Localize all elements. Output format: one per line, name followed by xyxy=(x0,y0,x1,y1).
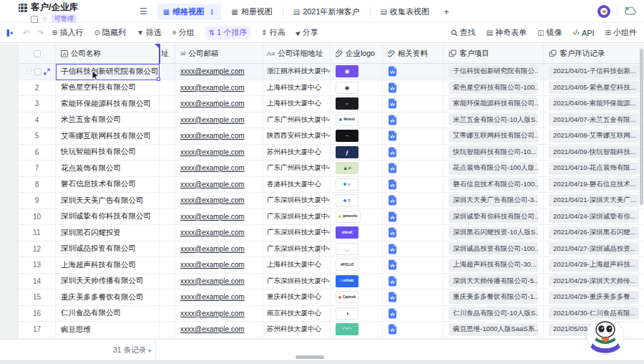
row-gutter[interactable]: 12 ⋮⋮ xyxy=(19,241,56,257)
linked-record-tag[interactable]: 仁川食品有限公司-10人版S... xyxy=(449,307,538,320)
linked-record-tag[interactable]: 索能环保能源科技有限公司... xyxy=(449,97,538,110)
linked-record-tag[interactable]: 上海超声科技有限公司-30... xyxy=(449,259,538,272)
cell-project[interactable]: 重庆美多多餐饮有限公司-1... xyxy=(444,289,544,305)
cell-project[interactable]: 上海超声科技有限公司-30... xyxy=(444,257,544,273)
cell-partial[interactable] xyxy=(160,306,175,322)
linked-record-tag[interactable]: 2021/04/19-磐石信息技术... xyxy=(549,178,639,191)
cell-docs[interactable] xyxy=(383,306,444,322)
cell-partial[interactable] xyxy=(160,112,175,128)
linked-record-tag[interactable]: 2021/04/08-艾蒂娜互联网... xyxy=(549,130,639,143)
cell-docs[interactable] xyxy=(383,241,444,257)
group-button[interactable]: ≡分组 xyxy=(172,27,195,38)
cell-address[interactable]: 广东广州科技大厦中心 xyxy=(263,112,331,128)
cell-visit[interactable]: 2021/04/08-艾蒂娜互联网... xyxy=(544,128,644,144)
cell-logo[interactable]: APOLLO xyxy=(331,257,383,273)
linked-record-tag[interactable]: 2021/04/29-上海超声科技... xyxy=(549,259,639,272)
insert-row-button[interactable]: ⊕插入行 xyxy=(52,27,83,38)
sort-button[interactable]: ⇅1 个排序 xyxy=(205,26,251,39)
magic-form-button[interactable]: ▤神奇表单 xyxy=(487,27,527,38)
column-header-address[interactable]: A≡公司详细地址 xyxy=(263,44,331,63)
company-logo[interactable]: ◉ xyxy=(336,82,358,94)
cell-partial[interactable] xyxy=(160,225,175,241)
cell-docs[interactable] xyxy=(383,257,444,273)
tab-more-icon[interactable]: ⋮ xyxy=(208,8,215,16)
cell-address[interactable]: 香港科技大厦中心 xyxy=(263,177,331,193)
doc-file-icon[interactable] xyxy=(388,66,397,77)
row-gutter[interactable]: 1 ⋮⋮ xyxy=(19,64,56,80)
cell-company-name[interactable]: 紫色星空科技有限公司 xyxy=(56,80,160,96)
cell-logo[interactable]: ≈ xyxy=(331,193,383,209)
cell-company-name[interactable]: 磐石信息技术有限公司 xyxy=(56,177,160,193)
cell-partial[interactable] xyxy=(160,274,175,289)
cell-logo[interactable]: ◡ xyxy=(331,241,383,257)
cell-docs[interactable] xyxy=(383,128,444,144)
cell-project[interactable]: 快玩智能科技有限公司-10... xyxy=(444,145,544,161)
cell-email[interactable]: xxxx@example.com xyxy=(175,161,263,176)
doc-file-icon[interactable] xyxy=(388,130,397,141)
doc-file-icon[interactable] xyxy=(388,82,397,93)
description-icon[interactable]: − xyxy=(31,16,38,23)
cell-visit[interactable]: 2021/04/19-磐石信息技术... xyxy=(544,177,644,193)
redo-icon[interactable]: ↷ xyxy=(37,28,44,38)
tab-gallery-view[interactable]: ▦ 相册视图 xyxy=(225,4,278,20)
row-gutter[interactable]: 4 ⋮⋮ xyxy=(19,112,56,128)
cell-company-name[interactable]: 花点装饰有限公司 xyxy=(56,161,160,176)
doc-file-icon[interactable] xyxy=(388,324,397,335)
column-header-logo[interactable]: 企业logo xyxy=(331,44,383,63)
cell-project[interactable]: 深圳天天帅传播有限公司-5... xyxy=(444,274,544,289)
doc-file-icon[interactable] xyxy=(388,259,397,270)
record-count[interactable]: 31 条记录 ▾ xyxy=(0,340,151,361)
cell-email[interactable]: xxxx@example.com xyxy=(175,64,263,80)
cell-company-name[interactable]: 深圳天天帅传播有限公司 xyxy=(56,274,160,289)
cell-visit[interactable]: 2021/04/21-深圳天天美广... xyxy=(544,193,644,209)
find-button[interactable]: 查找 xyxy=(451,27,476,38)
cell-visit[interactable]: 2021/04/29-深圳天天帅传... xyxy=(544,274,644,289)
cell-logo[interactable]: ∙∙∙∙ xyxy=(331,128,383,144)
linked-record-tag[interactable]: 2021/04/29-深圳天天帅传... xyxy=(549,274,639,287)
cell-docs[interactable] xyxy=(383,112,444,128)
cell-logo[interactable]: ▪ xyxy=(331,96,383,112)
cell-project[interactable]: 仁川食品有限公司-10人版S... xyxy=(444,306,544,322)
tab-form-view[interactable]: ▤ 收集表视图 xyxy=(375,4,435,20)
cell-address[interactable]: 广东深圳科技大厦中心 xyxy=(263,209,331,225)
cell-docs[interactable] xyxy=(383,80,444,96)
linked-record-tag[interactable]: 花点装饰有限公司-100人版... xyxy=(449,162,538,175)
cell-address[interactable]: 上海科技大厦中心 xyxy=(263,257,331,273)
cell-visit[interactable]: 2021/04/01-子信科技创新... xyxy=(544,64,644,80)
cell-company-name[interactable]: 艾蒂娜互联网科技有限公司 xyxy=(56,128,160,144)
cell-email[interactable]: xxxx@example.com xyxy=(175,257,263,273)
linked-record-tag[interactable]: 子信科技创新研究院有限公... xyxy=(449,65,538,78)
row-gutter[interactable]: 3 ⋮⋮ xyxy=(19,96,56,112)
cell-logo[interactable]: ◉ xyxy=(331,64,383,80)
cell-address[interactable]: 苏州科技大厦中心 xyxy=(263,322,331,337)
company-logo[interactable]: ƒ xyxy=(336,146,358,158)
company-logo[interactable]: ◉ xyxy=(336,65,358,77)
row-gutter[interactable]: 6 ⋮⋮ xyxy=(19,145,56,161)
cell-email[interactable]: xxxx@example.com xyxy=(175,145,263,161)
horizontal-scrollbar[interactable] xyxy=(296,355,324,359)
sync-status-icon[interactable] xyxy=(624,6,638,17)
cell-docs[interactable] xyxy=(383,96,444,112)
doc-file-icon[interactable] xyxy=(388,244,397,254)
cell-partial[interactable] xyxy=(160,177,175,193)
linked-record-tag[interactable]: 深圳天天美广告有限公司-3... xyxy=(449,194,538,207)
cell-partial[interactable] xyxy=(160,80,175,96)
company-logo[interactable]: APOLLO xyxy=(336,259,358,271)
cell-logo[interactable]: jamworks xyxy=(331,209,383,225)
cell-email[interactable]: xxxx@example.com xyxy=(175,241,263,257)
cell-docs[interactable] xyxy=(383,289,444,305)
cell-logo[interactable]: ◠◠ xyxy=(331,322,383,337)
cell-email[interactable]: xxxx@example.com xyxy=(175,274,263,289)
company-logo[interactable]: alikrafi xyxy=(336,226,358,239)
cell-email[interactable]: xxxx@example.com xyxy=(175,225,263,241)
view-list-icon[interactable]: ☰ xyxy=(140,6,147,16)
cell-company-name[interactable]: 深圳诚挚有你科技有限公司 xyxy=(56,209,160,225)
cell-project[interactable]: 花点装饰有限公司-100人版... xyxy=(444,161,544,176)
linked-record-tag[interactable]: 2021/04/05-紫色星空科技... xyxy=(549,81,639,94)
cell-logo[interactable]: alikrafi xyxy=(331,225,383,241)
cell-company-name[interactable]: 上海超声科技有限公司 xyxy=(56,257,160,273)
cell-logo[interactable]: Captook xyxy=(331,289,383,305)
cell-company-name[interactable]: 重庆美多多餐饮有限公司 xyxy=(56,289,160,305)
cell-logo[interactable]: Meland xyxy=(331,112,383,128)
cell-visit[interactable]: 2021/04/27-深圳诚品投资... xyxy=(544,241,644,257)
